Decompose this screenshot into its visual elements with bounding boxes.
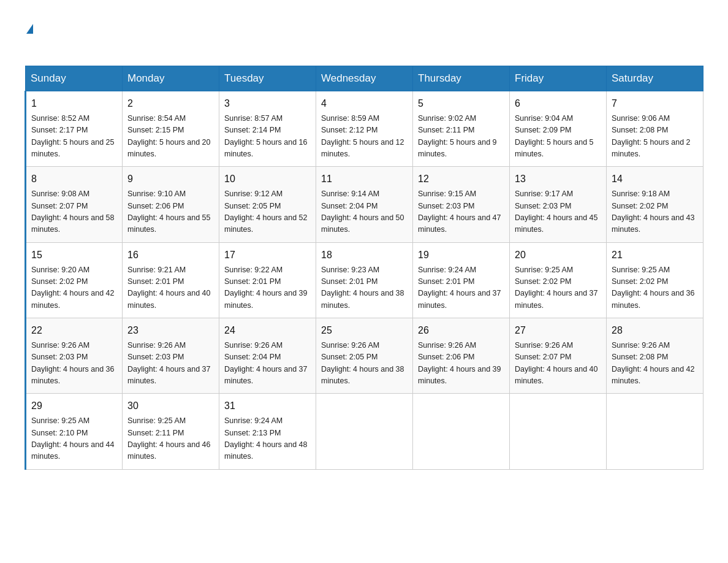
day-cell: 17 Sunrise: 9:22 AMSunset: 2:01 PMDaylig… (219, 242, 316, 318)
day-number: 29 (31, 399, 117, 414)
week-row-4: 22 Sunrise: 9:26 AMSunset: 2:03 PMDaylig… (26, 318, 703, 394)
day-info: Sunrise: 9:26 AMSunset: 2:08 PMDaylight:… (612, 341, 695, 385)
day-info: Sunrise: 9:22 AMSunset: 2:01 PMDaylight:… (224, 266, 308, 310)
day-number: 21 (612, 248, 698, 263)
day-info: Sunrise: 9:04 AMSunset: 2:09 PMDaylight:… (515, 114, 594, 158)
day-cell: 28 Sunrise: 9:26 AMSunset: 2:08 PMDaylig… (607, 318, 703, 394)
week-row-3: 15 Sunrise: 9:20 AMSunset: 2:02 PMDaylig… (26, 242, 703, 318)
day-number: 17 (224, 248, 311, 263)
day-number: 2 (127, 96, 214, 112)
day-cell: 14 Sunrise: 9:18 AMSunset: 2:02 PMDaylig… (607, 167, 703, 242)
col-header-tuesday: Tuesday (219, 66, 316, 91)
day-cell: 12 Sunrise: 9:15 AMSunset: 2:03 PMDaylig… (413, 167, 510, 242)
day-cell: 26 Sunrise: 9:26 AMSunset: 2:06 PMDaylig… (413, 318, 510, 394)
day-cell: 16 Sunrise: 9:21 AMSunset: 2:01 PMDaylig… (123, 242, 219, 318)
day-number: 26 (418, 323, 504, 339)
day-number: 13 (515, 172, 601, 187)
day-cell: 21 Sunrise: 9:25 AMSunset: 2:02 PMDaylig… (607, 242, 703, 318)
day-cell: 8 Sunrise: 9:08 AMSunset: 2:07 PMDayligh… (26, 167, 123, 242)
day-cell: 2 Sunrise: 8:54 AMSunset: 2:15 PMDayligh… (123, 91, 219, 167)
day-cell: 4 Sunrise: 8:59 AMSunset: 2:12 PMDayligh… (316, 91, 413, 167)
day-info: Sunrise: 8:57 AMSunset: 2:14 PMDaylight:… (224, 114, 308, 158)
col-header-thursday: Thursday (413, 66, 510, 91)
col-header-monday: Monday (123, 66, 219, 91)
day-info: Sunrise: 9:20 AMSunset: 2:02 PMDaylight:… (31, 266, 115, 310)
day-info: Sunrise: 9:02 AMSunset: 2:11 PMDaylight:… (418, 114, 497, 158)
week-row-5: 29 Sunrise: 9:25 AMSunset: 2:10 PMDaylig… (26, 394, 703, 469)
day-number: 11 (321, 172, 408, 187)
day-number: 18 (321, 248, 408, 263)
col-header-saturday: Saturday (607, 66, 703, 91)
day-cell: 9 Sunrise: 9:10 AMSunset: 2:06 PMDayligh… (123, 167, 219, 242)
day-number: 23 (127, 323, 214, 339)
day-cell: 15 Sunrise: 9:20 AMSunset: 2:02 PMDaylig… (26, 242, 123, 318)
day-number: 14 (612, 172, 698, 187)
day-info: Sunrise: 9:06 AMSunset: 2:08 PMDaylight:… (612, 114, 691, 158)
day-cell: 1 Sunrise: 8:52 AMSunset: 2:17 PMDayligh… (26, 91, 123, 167)
day-number: 3 (224, 96, 311, 112)
day-number: 19 (418, 248, 504, 263)
day-cell: 10 Sunrise: 9:12 AMSunset: 2:05 PMDaylig… (219, 167, 316, 242)
day-number: 31 (224, 399, 311, 414)
col-header-wednesday: Wednesday (316, 66, 413, 91)
day-info: Sunrise: 8:52 AMSunset: 2:17 PMDaylight:… (31, 114, 115, 158)
day-info: Sunrise: 9:26 AMSunset: 2:05 PMDaylight:… (321, 341, 404, 385)
day-cell: 11 Sunrise: 9:14 AMSunset: 2:04 PMDaylig… (316, 167, 413, 242)
day-cell: 3 Sunrise: 8:57 AMSunset: 2:14 PMDayligh… (219, 91, 316, 167)
calendar-table: SundayMondayTuesdayWednesdayThursdayFrid… (25, 66, 703, 469)
day-info: Sunrise: 9:26 AMSunset: 2:03 PMDaylight:… (127, 341, 211, 385)
day-number: 8 (31, 172, 117, 187)
day-number: 15 (31, 248, 117, 263)
day-info: Sunrise: 9:26 AMSunset: 2:07 PMDaylight:… (515, 341, 598, 385)
day-number: 16 (127, 248, 214, 263)
day-number: 1 (31, 96, 117, 112)
day-cell: 5 Sunrise: 9:02 AMSunset: 2:11 PMDayligh… (413, 91, 510, 167)
day-cell: 13 Sunrise: 9:17 AMSunset: 2:03 PMDaylig… (510, 167, 607, 242)
page-header (25, 18, 703, 53)
day-number: 4 (321, 96, 408, 112)
logo (25, 18, 33, 53)
day-cell (413, 394, 510, 469)
day-info: Sunrise: 9:23 AMSunset: 2:01 PMDaylight:… (321, 266, 404, 310)
day-cell: 20 Sunrise: 9:25 AMSunset: 2:02 PMDaylig… (510, 242, 607, 318)
day-cell: 19 Sunrise: 9:24 AMSunset: 2:01 PMDaylig… (413, 242, 510, 318)
day-number: 28 (612, 323, 698, 339)
day-cell: 22 Sunrise: 9:26 AMSunset: 2:03 PMDaylig… (26, 318, 123, 394)
day-number: 25 (321, 323, 408, 339)
week-row-2: 8 Sunrise: 9:08 AMSunset: 2:07 PMDayligh… (26, 167, 703, 242)
day-info: Sunrise: 9:25 AMSunset: 2:02 PMDaylight:… (515, 266, 598, 310)
day-cell (607, 394, 703, 469)
col-header-friday: Friday (510, 66, 607, 91)
day-number: 20 (515, 248, 601, 263)
day-number: 24 (224, 323, 311, 339)
day-info: Sunrise: 9:25 AMSunset: 2:11 PMDaylight:… (127, 416, 211, 461)
day-cell: 18 Sunrise: 9:23 AMSunset: 2:01 PMDaylig… (316, 242, 413, 318)
day-info: Sunrise: 9:25 AMSunset: 2:10 PMDaylight:… (31, 416, 115, 461)
day-number: 22 (31, 323, 117, 339)
day-number: 9 (127, 172, 214, 187)
day-number: 12 (418, 172, 504, 187)
day-info: Sunrise: 9:12 AMSunset: 2:05 PMDaylight:… (224, 190, 308, 234)
day-info: Sunrise: 9:25 AMSunset: 2:02 PMDaylight:… (612, 266, 695, 310)
day-info: Sunrise: 9:15 AMSunset: 2:03 PMDaylight:… (418, 190, 501, 234)
day-info: Sunrise: 9:24 AMSunset: 2:13 PMDaylight:… (224, 416, 308, 461)
day-number: 5 (418, 96, 504, 112)
day-number: 6 (515, 96, 601, 112)
day-info: Sunrise: 8:54 AMSunset: 2:15 PMDaylight:… (127, 114, 211, 158)
day-cell (316, 394, 413, 469)
day-info: Sunrise: 9:26 AMSunset: 2:06 PMDaylight:… (418, 341, 501, 385)
day-cell: 30 Sunrise: 9:25 AMSunset: 2:11 PMDaylig… (123, 394, 219, 469)
day-info: Sunrise: 9:18 AMSunset: 2:02 PMDaylight:… (612, 190, 695, 234)
day-number: 30 (127, 399, 214, 414)
day-cell: 29 Sunrise: 9:25 AMSunset: 2:10 PMDaylig… (26, 394, 123, 469)
day-number: 7 (612, 96, 698, 112)
day-info: Sunrise: 9:26 AMSunset: 2:04 PMDaylight:… (224, 341, 308, 385)
day-cell (510, 394, 607, 469)
day-info: Sunrise: 9:08 AMSunset: 2:07 PMDaylight:… (31, 190, 115, 234)
logo-triangle-icon (26, 24, 33, 34)
day-cell: 7 Sunrise: 9:06 AMSunset: 2:08 PMDayligh… (607, 91, 703, 167)
day-cell: 27 Sunrise: 9:26 AMSunset: 2:07 PMDaylig… (510, 318, 607, 394)
day-cell: 31 Sunrise: 9:24 AMSunset: 2:13 PMDaylig… (219, 394, 316, 469)
day-info: Sunrise: 9:24 AMSunset: 2:01 PMDaylight:… (418, 266, 501, 310)
day-cell: 25 Sunrise: 9:26 AMSunset: 2:05 PMDaylig… (316, 318, 413, 394)
